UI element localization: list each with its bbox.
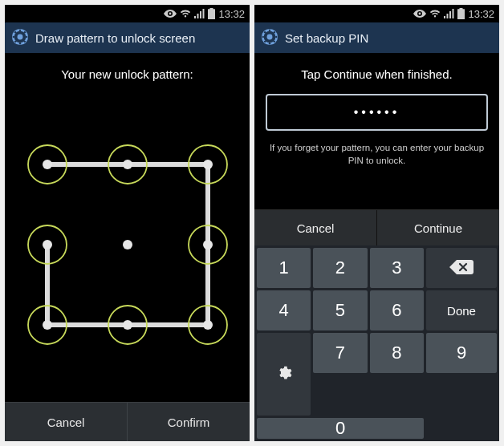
backspace-icon bbox=[449, 260, 474, 277]
pattern-dot[interactable] bbox=[203, 240, 213, 249]
svg-point-3 bbox=[18, 34, 23, 39]
key-0[interactable]: 0 bbox=[257, 418, 424, 439]
svg-point-10 bbox=[14, 40, 16, 42]
key-6[interactable]: 6 bbox=[370, 290, 424, 330]
pattern-dot[interactable] bbox=[43, 160, 52, 169]
svg-point-31 bbox=[274, 30, 275, 32]
cancel-button[interactable]: Cancel bbox=[5, 403, 127, 441]
status-time: 13:32 bbox=[218, 8, 245, 20]
confirm-button[interactable]: Confirm bbox=[127, 403, 250, 441]
screen-title: Draw pattern to unlock screen bbox=[35, 31, 195, 45]
pattern-dot[interactable] bbox=[123, 240, 132, 249]
wifi-icon bbox=[180, 9, 191, 18]
eye-icon bbox=[164, 9, 177, 18]
pattern-dot[interactable] bbox=[203, 320, 213, 330]
svg-point-28 bbox=[264, 30, 266, 32]
key-settings[interactable] bbox=[257, 333, 311, 416]
svg-point-27 bbox=[275, 35, 277, 37]
key-8[interactable]: 8 bbox=[370, 333, 424, 373]
key-backspace[interactable] bbox=[426, 248, 497, 288]
phone-pin-screen: 13:32 Set backup PIN Tap Continue when f… bbox=[254, 5, 499, 441]
key-4[interactable]: 4 bbox=[257, 290, 311, 330]
pattern-dot[interactable] bbox=[123, 160, 132, 169]
title-bar: Draw pattern to unlock screen bbox=[5, 22, 250, 53]
title-bar: Set backup PIN bbox=[254, 22, 499, 53]
screen-title: Set backup PIN bbox=[285, 31, 368, 45]
svg-point-30 bbox=[264, 40, 266, 42]
svg-point-8 bbox=[14, 30, 16, 32]
pattern-dot[interactable] bbox=[203, 160, 213, 169]
svg-point-9 bbox=[24, 40, 26, 42]
svg-point-11 bbox=[24, 30, 26, 32]
pin-masked-value: •••••• bbox=[354, 105, 400, 120]
cancel-button[interactable]: Cancel bbox=[254, 210, 376, 245]
svg-point-7 bbox=[26, 35, 27, 37]
settings-icon bbox=[261, 28, 278, 48]
svg-point-25 bbox=[269, 43, 270, 44]
status-bar: 13:32 bbox=[5, 5, 250, 22]
svg-point-4 bbox=[19, 29, 21, 30]
key-done[interactable]: Done bbox=[426, 290, 497, 330]
svg-point-5 bbox=[19, 43, 21, 44]
subtitle-text: Your new unlock pattern: bbox=[5, 67, 250, 81]
svg-point-29 bbox=[274, 40, 275, 42]
settings-icon bbox=[11, 28, 29, 48]
key-5[interactable]: 5 bbox=[313, 290, 367, 330]
status-time: 13:32 bbox=[468, 8, 494, 20]
pattern-grid[interactable] bbox=[23, 140, 232, 349]
signal-icon bbox=[444, 9, 454, 18]
key-3[interactable]: 3 bbox=[370, 248, 424, 288]
footer-bar: Cancel Confirm bbox=[5, 402, 250, 441]
numeric-keypad: 1 2 3 4 5 6 Done 7 8 9 0 bbox=[254, 245, 499, 441]
status-bar: 13:32 bbox=[254, 5, 499, 22]
svg-point-23 bbox=[267, 34, 273, 39]
phone-pattern-screen: 13:32 Draw pattern to unlock screen Your… bbox=[5, 5, 250, 441]
key-2[interactable]: 2 bbox=[313, 248, 367, 288]
action-bar: Cancel Continue bbox=[254, 209, 499, 245]
helper-text: If you forget your pattern, you can ente… bbox=[262, 142, 491, 167]
subtitle-text: Tap Continue when finished. bbox=[254, 67, 499, 81]
battery-icon bbox=[457, 8, 465, 19]
signal-icon bbox=[194, 9, 205, 18]
svg-point-6 bbox=[13, 35, 14, 37]
pattern-area[interactable] bbox=[5, 87, 250, 402]
pattern-dot[interactable] bbox=[123, 320, 132, 330]
pattern-dot[interactable] bbox=[43, 240, 52, 249]
key-1[interactable]: 1 bbox=[257, 248, 311, 288]
key-7[interactable]: 7 bbox=[313, 333, 367, 373]
gear-icon bbox=[276, 365, 292, 383]
eye-icon bbox=[413, 9, 426, 18]
svg-point-0 bbox=[169, 13, 172, 15]
svg-point-26 bbox=[262, 35, 264, 37]
wifi-icon bbox=[429, 9, 441, 18]
pattern-dot[interactable] bbox=[43, 320, 52, 330]
pin-input[interactable]: •••••• bbox=[266, 94, 488, 131]
svg-point-20 bbox=[419, 13, 421, 15]
key-9[interactable]: 9 bbox=[426, 333, 497, 373]
battery-icon bbox=[208, 8, 215, 19]
continue-button[interactable]: Continue bbox=[376, 210, 499, 245]
svg-point-24 bbox=[269, 29, 270, 30]
